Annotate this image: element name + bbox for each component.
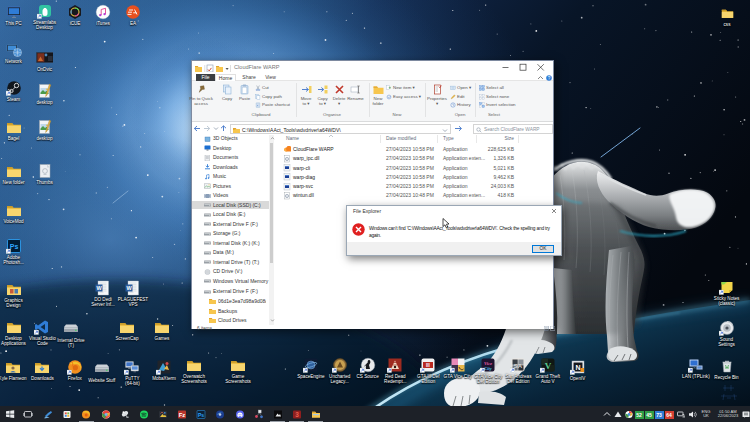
svg-text:N: N bbox=[575, 364, 580, 371]
svg-text:Ps: Ps bbox=[9, 243, 18, 250]
svg-text:SA: SA bbox=[514, 363, 523, 369]
svg-text:3: 3 bbox=[295, 411, 299, 418]
svg-text:W: W bbox=[96, 285, 102, 291]
svg-text:City: City bbox=[484, 366, 493, 371]
svg-text:W: W bbox=[126, 285, 132, 291]
svg-text:V: V bbox=[545, 361, 552, 371]
svg-text:III: III bbox=[426, 363, 430, 368]
svg-text:Ps: Ps bbox=[197, 412, 203, 418]
svg-text:Fz: Fz bbox=[178, 412, 185, 418]
